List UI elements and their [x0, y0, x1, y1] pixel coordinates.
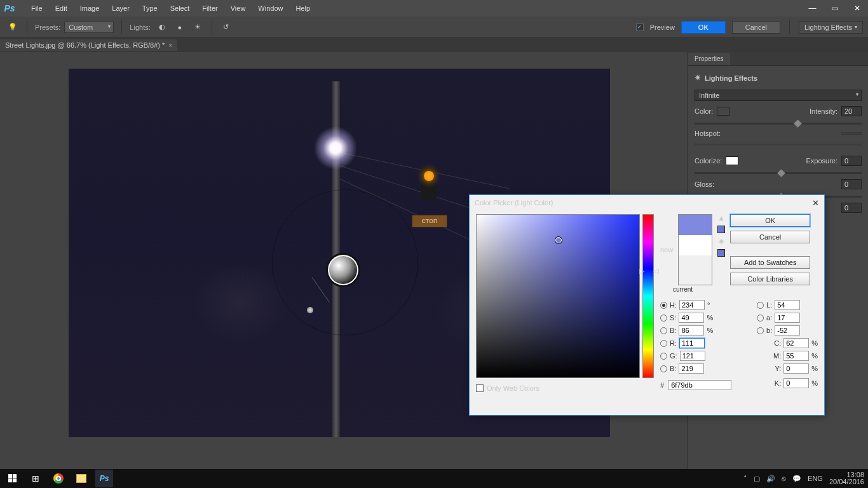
dialog-close-icon[interactable]: ✕: [812, 198, 819, 208]
light-type-dropdown[interactable]: Infinite: [695, 90, 862, 101]
new-label: new: [660, 246, 673, 254]
document-tab[interactable]: Street Lights.jpg @ 66.7% (Light Effects…: [0, 39, 177, 51]
s-radio[interactable]: [660, 315, 667, 322]
y-input[interactable]: [783, 363, 809, 374]
menu-layer[interactable]: Layer: [106, 2, 135, 7]
l-input[interactable]: [775, 300, 800, 310]
tray-network-icon[interactable]: ⎋: [782, 475, 786, 482]
document-tabs: Street Lights.jpg @ 66.7% (Light Effects…: [0, 38, 868, 52]
tray-lang[interactable]: ENG: [808, 475, 823, 482]
options-bar: 💡 Presets: Custom Lights: ◐ ● ☀ ↺ ✔ Prev…: [0, 17, 868, 38]
gamut-swatch[interactable]: [717, 226, 725, 233]
menu-type[interactable]: Type: [137, 2, 163, 7]
taskview-icon[interactable]: ⊞: [27, 470, 44, 487]
close-button[interactable]: ✕: [846, 2, 868, 15]
k-input[interactable]: [783, 378, 809, 388]
dialog-ok-button[interactable]: OK: [730, 214, 810, 227]
color-compare[interactable]: [678, 214, 712, 285]
exposure-slider[interactable]: [695, 172, 862, 174]
presets-dropdown[interactable]: Custom: [64, 22, 114, 33]
bv-radio[interactable]: [660, 365, 667, 372]
photoshop-taskbar-icon[interactable]: Ps: [95, 470, 113, 487]
color-field[interactable]: [476, 214, 640, 378]
light-center-handle[interactable]: [326, 253, 360, 287]
cube-icon[interactable]: ◈: [719, 237, 724, 245]
color-libraries-button[interactable]: Color Libraries: [730, 273, 810, 285]
app-logo: Ps: [0, 0, 19, 17]
start-button[interactable]: [4, 470, 22, 487]
hue-slider[interactable]: ▷◁: [642, 214, 654, 378]
a-radio[interactable]: [757, 315, 764, 322]
reset-icon[interactable]: ↺: [220, 21, 233, 34]
infinitelight-icon[interactable]: ☀: [191, 21, 204, 34]
g-radio[interactable]: [660, 353, 667, 360]
intensity-slider[interactable]: [695, 123, 862, 125]
hex-input[interactable]: [668, 380, 731, 390]
metallic-input[interactable]: [841, 203, 862, 213]
web-colors-checkbox[interactable]: [476, 384, 484, 392]
gamut-warning-icon[interactable]: ▲: [718, 214, 725, 222]
l-radio[interactable]: [757, 302, 764, 309]
bv-input[interactable]: [679, 363, 704, 374]
effect-dropdown[interactable]: Lighting Effects▾: [799, 21, 863, 34]
traffic-light: [421, 167, 437, 200]
intensity-input[interactable]: [841, 106, 862, 116]
pointlight-icon[interactable]: ●: [173, 21, 186, 34]
chrome-icon[interactable]: [50, 470, 67, 487]
menu-edit[interactable]: Edit: [50, 2, 73, 7]
tray-battery-icon[interactable]: ▢: [754, 475, 760, 483]
minimize-button[interactable]: —: [801, 2, 824, 15]
current-color-swatch: [679, 235, 712, 255]
add-swatches-button[interactable]: Add to Swatches: [730, 256, 810, 269]
menu-help[interactable]: Help: [290, 2, 316, 7]
websafe-swatch[interactable]: [717, 249, 725, 257]
menu-file[interactable]: File: [25, 2, 48, 7]
svg-rect-0: [8, 474, 12, 478]
preview-checkbox[interactable]: ✔: [636, 24, 644, 31]
close-tab-icon[interactable]: ×: [168, 42, 172, 49]
m-input[interactable]: [783, 351, 809, 361]
exposure-input[interactable]: [841, 156, 862, 166]
bh-radio[interactable]: [660, 327, 667, 334]
h-input[interactable]: [679, 300, 705, 310]
bh-input[interactable]: [679, 325, 704, 336]
panel-heading: ☀ Lighting Effects: [695, 71, 862, 85]
tray-clock[interactable]: 13:08 20/04/2016: [829, 471, 864, 485]
title-bar: Ps File Edit Image Layer Type Select Fil…: [0, 0, 868, 17]
r-input[interactable]: [679, 338, 705, 348]
a-input[interactable]: [775, 313, 800, 323]
b-input[interactable]: [775, 325, 800, 336]
gloss-input[interactable]: [841, 179, 862, 189]
menu-select[interactable]: Select: [165, 2, 196, 7]
taskbar: ⊞ Ps ˄ ▢ 🔊 ⎋ 💬 ENG 13:08 20/04/2016: [0, 469, 868, 488]
maximize-button[interactable]: ▭: [824, 2, 846, 15]
color-swatch[interactable]: [717, 107, 729, 116]
new-color-swatch: [679, 215, 712, 235]
document-tab-label: Street Lights.jpg @ 66.7% (Light Effects…: [5, 41, 165, 49]
cancel-button[interactable]: Cancel: [732, 21, 780, 34]
menu-window[interactable]: Window: [252, 2, 288, 7]
menu-view[interactable]: View: [225, 2, 252, 7]
tray-volume-icon[interactable]: 🔊: [766, 475, 775, 483]
tray-action-icon[interactable]: 💬: [792, 475, 801, 483]
explorer-icon[interactable]: [72, 470, 90, 487]
lights-label: Lights:: [130, 24, 150, 31]
light-direction-handle[interactable]: [307, 307, 313, 313]
spotlight-icon[interactable]: ◐: [156, 21, 168, 34]
menu-filter[interactable]: Filter: [196, 2, 223, 7]
dialog-cancel-button[interactable]: Cancel: [730, 231, 810, 243]
bulb-icon: 💡: [6, 21, 19, 34]
c-input[interactable]: [783, 338, 809, 348]
properties-tab[interactable]: Properties: [688, 53, 730, 65]
ok-button[interactable]: OK: [681, 21, 726, 34]
colorize-swatch[interactable]: [726, 156, 738, 165]
s-input[interactable]: [679, 313, 704, 323]
g-input[interactable]: [680, 351, 705, 361]
b-radio[interactable]: [757, 327, 764, 334]
r-radio[interactable]: [660, 340, 667, 347]
exposure-label: Exposure:: [806, 157, 837, 165]
menu-image[interactable]: Image: [74, 2, 105, 7]
tray-chevron-icon[interactable]: ˄: [743, 475, 747, 483]
h-radio[interactable]: [660, 302, 667, 309]
color-selector-ring[interactable]: [555, 237, 562, 243]
